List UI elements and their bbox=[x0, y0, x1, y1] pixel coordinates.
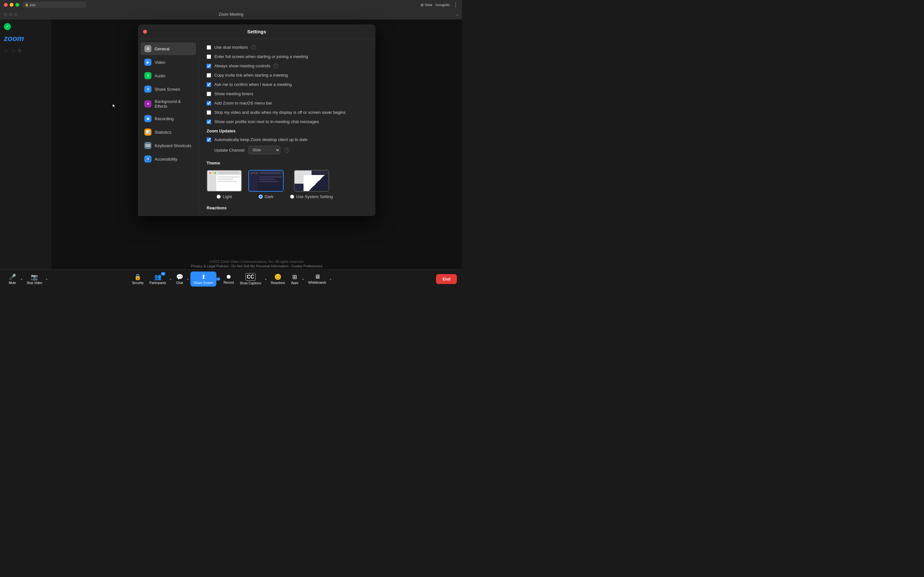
whiteboards-arrow[interactable]: ▲ bbox=[329, 277, 333, 280]
whiteboards-btn-group: 🖥 Whiteboards ▲ bbox=[306, 271, 333, 286]
view-btn[interactable]: ⊞ View bbox=[421, 3, 433, 7]
reactions-title: Reactions bbox=[207, 205, 368, 210]
apps-icon: ⊞ bbox=[292, 274, 297, 280]
checkbox-dual-monitors-input[interactable] bbox=[207, 45, 211, 50]
do-not-sell-link[interactable]: Do Not Sell My Personal Information bbox=[231, 264, 288, 268]
system-theme-radio[interactable] bbox=[290, 195, 294, 199]
modal-body: ⚙ General ▶ Video 🎙 Audio ⬆ Share Screen bbox=[138, 39, 375, 216]
checkbox-always-controls-label: Always show meeting controls bbox=[214, 63, 270, 68]
checkbox-profile-icon-input[interactable] bbox=[207, 119, 211, 124]
cookie-prefs-link[interactable]: Cookie Preferences bbox=[291, 264, 322, 268]
incognito-btn[interactable]: Incognito bbox=[435, 3, 450, 7]
theme-title: Theme bbox=[207, 161, 368, 165]
checkbox-macos-menubar-label: Add Zoom to macOS menu bar bbox=[214, 101, 272, 105]
checkbox-stop-video-audio-input[interactable] bbox=[207, 110, 211, 115]
sidebar-item-statistics[interactable]: 📊 Statistics bbox=[141, 126, 196, 139]
share-screen-arrow[interactable]: ▲ bbox=[216, 277, 220, 280]
end-btn[interactable]: End bbox=[436, 274, 457, 284]
checkbox-meeting-timers-input[interactable] bbox=[207, 92, 211, 96]
mute-btn[interactable]: 🎤 Mute bbox=[5, 271, 19, 287]
participants-btn[interactable]: 👥 Participants 1 bbox=[147, 271, 169, 287]
checkbox-macos-menubar: Add Zoom to macOS menu bar bbox=[207, 101, 368, 105]
sidebar-item-keyboard[interactable]: ⌨ Keyboard Shortcuts bbox=[141, 139, 196, 152]
update-channel-select[interactable]: Slow Fast bbox=[248, 146, 280, 154]
theme-option-light[interactable]: Light bbox=[207, 170, 242, 199]
light-theme-radio[interactable] bbox=[216, 195, 221, 199]
theme-option-dark[interactable]: Dark bbox=[248, 170, 284, 199]
whiteboards-btn[interactable]: 🖥 Whiteboards bbox=[306, 271, 329, 286]
checkbox-profile-icon: Show user profile icon next to in-meetin… bbox=[207, 119, 368, 124]
theme-option-system[interactable]: Use System Setting bbox=[290, 170, 333, 199]
sidebar-item-video[interactable]: ▶ Video bbox=[141, 56, 196, 69]
reactions-label: Reactions bbox=[271, 281, 285, 285]
checkbox-macos-menubar-input[interactable] bbox=[207, 101, 211, 105]
stop-video-btn[interactable]: 📷 Stop Video bbox=[24, 271, 45, 287]
checkbox-always-controls-input[interactable] bbox=[207, 64, 211, 68]
more-icon[interactable]: ⋮ bbox=[453, 2, 458, 8]
checkbox-confirm-leave-input[interactable] bbox=[207, 82, 211, 87]
record-btn[interactable]: ⏺ Record bbox=[221, 271, 236, 286]
captions-icon: CC bbox=[246, 273, 255, 281]
toolbar-left: 🎤 Mute ▲ 📷 Stop Video ▲ bbox=[5, 271, 49, 287]
participants-arrow[interactable]: ▲ bbox=[169, 277, 173, 280]
zoom-tl-max[interactable] bbox=[14, 13, 17, 16]
zoom-updates-section: Zoom Updates Automatically keep Zoom des… bbox=[207, 129, 368, 154]
audio-icon: 🎙 bbox=[144, 72, 152, 79]
sidebar-item-bg-effects[interactable]: ✦ Background & Effects bbox=[141, 96, 196, 111]
checkbox-fullscreen: Enter full screen when starting or joini… bbox=[207, 54, 368, 59]
general-icon: ⚙ bbox=[144, 45, 152, 52]
dark-theme-radio[interactable] bbox=[258, 195, 263, 199]
statistics-icon: 📊 bbox=[144, 129, 152, 135]
help-icon-dual-monitors[interactable]: ? bbox=[251, 45, 256, 50]
sidebar-item-general[interactable]: ⚙ General bbox=[141, 42, 196, 55]
reactions-btn[interactable]: 😊 Reactions bbox=[268, 271, 288, 287]
apps-arrow[interactable]: ▲ bbox=[301, 277, 305, 280]
checkbox-copy-invite-label: Copy invite link when starting a meeting bbox=[214, 73, 288, 77]
whiteboards-label: Whiteboards bbox=[309, 281, 326, 284]
video-icon: ▶ bbox=[144, 59, 152, 66]
stop-video-arrow[interactable]: ▲ bbox=[45, 277, 49, 280]
settings-sidebar: ⚙ General ▶ Video 🎙 Audio ⬆ Share Screen bbox=[138, 39, 199, 216]
apps-btn[interactable]: ⊞ Apps bbox=[288, 271, 301, 287]
modal-close-btn[interactable] bbox=[143, 30, 147, 34]
back-icon[interactable]: ← bbox=[4, 48, 8, 53]
update-channel-label: Update Channel bbox=[214, 148, 244, 153]
mute-arrow[interactable]: ▲ bbox=[19, 277, 23, 280]
tl-close[interactable] bbox=[4, 3, 8, 7]
browser-address-bar[interactable]: 🔒 zoo bbox=[23, 2, 87, 8]
checkbox-auto-update-input[interactable] bbox=[207, 137, 211, 142]
forward-icon[interactable]: → bbox=[11, 48, 15, 53]
help-icon-update-channel[interactable]: ? bbox=[284, 148, 289, 153]
checkbox-fullscreen-label: Enter full screen when starting or joini… bbox=[214, 54, 308, 59]
checkbox-copy-invite-input[interactable] bbox=[207, 73, 211, 77]
checkbox-fullscreen-input[interactable] bbox=[207, 55, 211, 59]
checkbox-copy-invite: Copy invite link when starting a meeting bbox=[207, 73, 368, 77]
sidebar-item-recording[interactable]: ⏺ Recording bbox=[141, 112, 196, 125]
captions-btn[interactable]: CC Show Captions bbox=[237, 271, 264, 287]
chat-btn[interactable]: 💬 Chat bbox=[173, 271, 186, 287]
share-screen-btn[interactable]: ⬆ Share Screen bbox=[191, 271, 216, 287]
tl-max[interactable] bbox=[15, 3, 19, 7]
help-icon-always-controls[interactable]: ? bbox=[273, 63, 278, 68]
zoom-tl-close[interactable] bbox=[4, 13, 7, 16]
chat-icon: 💬 bbox=[176, 274, 183, 280]
zoom-expand-icon[interactable]: ⌄ bbox=[456, 12, 459, 17]
zoom-meeting-bar: Zoom Meeting ⌄ bbox=[0, 10, 462, 19]
dark-theme-label: Dark bbox=[265, 194, 273, 199]
light-theme-preview bbox=[207, 170, 242, 192]
chat-arrow[interactable]: ▲ bbox=[186, 277, 190, 280]
nav-arrows: ← → ↻ bbox=[4, 48, 47, 53]
refresh-icon[interactable]: ↻ bbox=[18, 48, 22, 53]
sidebar-item-accessibility[interactable]: ♿ Accessibility bbox=[141, 153, 196, 165]
security-btn[interactable]: 🔒 Security bbox=[129, 271, 146, 287]
video-icon: 📷 bbox=[31, 274, 38, 280]
apps-label: Apps bbox=[291, 281, 298, 285]
zoom-tl-min[interactable] bbox=[9, 13, 12, 16]
captions-arrow[interactable]: ▲ bbox=[264, 277, 268, 280]
privacy-link[interactable]: Privacy & Legal Policies bbox=[191, 264, 228, 268]
main-area: ✓ zoom ← → ↻ Settings ⚙ Gene bbox=[0, 19, 462, 269]
sidebar-item-audio[interactable]: 🎙 Audio bbox=[141, 69, 196, 82]
tl-min[interactable] bbox=[10, 3, 13, 7]
sidebar-item-share-screen[interactable]: ⬆ Share Screen bbox=[141, 83, 196, 95]
checkbox-confirm-leave: Ask me to confirm when I leave a meeting bbox=[207, 82, 368, 87]
